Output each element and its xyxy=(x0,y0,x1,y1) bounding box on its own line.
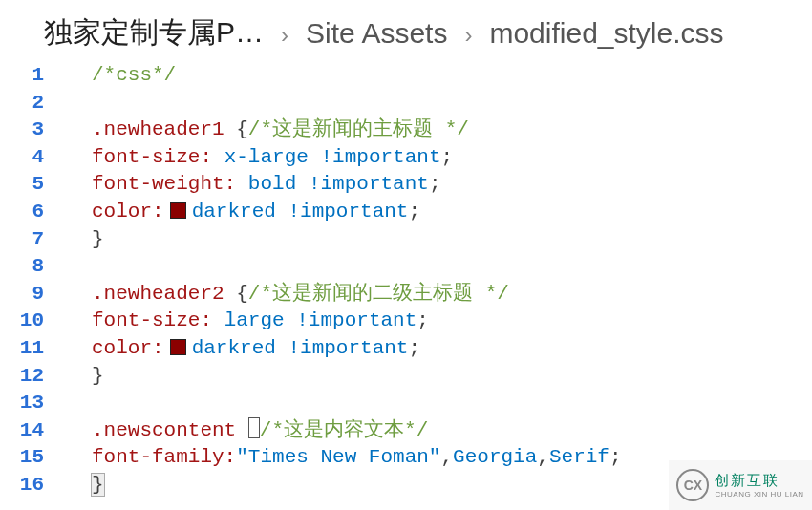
logo-mark-icon: CX xyxy=(676,469,709,501)
line-number: 9 xyxy=(0,281,57,308)
semicolon: ; xyxy=(429,173,441,195)
line-number: 3 xyxy=(0,117,57,144)
value: x-large xyxy=(224,146,309,168)
line-number: 1 xyxy=(0,62,57,90)
important: !important xyxy=(288,337,408,359)
property: color: xyxy=(92,337,164,359)
code-line: 7 } xyxy=(0,226,812,254)
property: color: xyxy=(92,201,164,223)
code-line: 6 color:darkred !important; xyxy=(0,199,812,226)
breadcrumb-item-2[interactable]: Site Assets xyxy=(306,17,447,50)
cursor-icon xyxy=(248,417,260,438)
code-line: 4 font-size: x-large !important; xyxy=(0,144,812,172)
comma: , xyxy=(440,446,453,468)
brace: } xyxy=(92,474,104,496)
property: font-weight: xyxy=(92,173,236,195)
value: large xyxy=(224,309,285,331)
important: !important xyxy=(288,201,408,223)
code-line: 1 /*css*/ xyxy=(0,62,812,90)
line-number: 14 xyxy=(0,417,57,445)
line-number: 4 xyxy=(0,144,57,172)
breadcrumb-item-1[interactable]: 独家定制专属P… xyxy=(44,13,264,53)
logo-text-cn: 创新互联 xyxy=(715,472,803,490)
string: "Times New Foman" xyxy=(236,446,440,468)
code-editor[interactable]: 1 /*css*/ 2 3 .newheader1 {/*这是新闻的主标题 */… xyxy=(0,62,812,499)
semicolon: ; xyxy=(609,446,622,468)
code-line: 5 font-weight: bold !important; xyxy=(0,171,812,199)
line-number: 16 xyxy=(0,472,57,499)
selector: .newheader2 xyxy=(92,283,224,305)
code-line: 12 } xyxy=(0,363,812,391)
color-swatch-icon xyxy=(170,339,186,355)
line-number: 5 xyxy=(0,171,57,199)
brace: { xyxy=(236,118,248,140)
value: bold xyxy=(248,173,296,195)
important: !important xyxy=(296,309,417,331)
value: darkred xyxy=(192,337,276,359)
line-number: 13 xyxy=(0,390,57,417)
line-number: 7 xyxy=(0,226,57,254)
watermark-logo: CX 创新互联 CHUANG XIN HU LIAN xyxy=(669,460,812,510)
comment: /*这是新闻的二级主标题 */ xyxy=(248,283,509,305)
line-number: 6 xyxy=(0,199,57,226)
line-number: 15 xyxy=(0,444,57,472)
important: !important xyxy=(320,146,440,168)
line-number: 12 xyxy=(0,363,57,391)
semicolon: ; xyxy=(441,146,454,168)
line-number: 10 xyxy=(0,308,57,335)
color-swatch-icon xyxy=(170,202,186,219)
brace: } xyxy=(92,228,104,250)
brace: } xyxy=(92,365,104,387)
breadcrumb: 独家定制专属P… › Site Assets › modified_style.… xyxy=(0,0,812,62)
logo-text-en: CHUANG XIN HU LIAN xyxy=(715,490,803,499)
value: Serif xyxy=(549,446,609,468)
code-line: 3 .newheader1 {/*这是新闻的主标题 */ xyxy=(0,117,812,144)
comma: , xyxy=(537,446,549,468)
line-number: 2 xyxy=(0,90,57,117)
chevron-right-icon: › xyxy=(464,22,472,49)
selector: .newheader1 xyxy=(92,118,224,140)
property: font-family: xyxy=(92,446,236,468)
value: Georgia xyxy=(453,446,537,468)
value: darkred xyxy=(192,201,276,223)
code-line: 9 .newheader2 {/*这是新闻的二级主标题 */ xyxy=(0,281,812,308)
code-line: 8 xyxy=(0,253,812,281)
chevron-right-icon: › xyxy=(281,22,288,49)
semicolon: ; xyxy=(408,337,420,359)
line-number: 11 xyxy=(0,335,57,363)
code-line: 11 color:darkred !important; xyxy=(0,335,812,363)
semicolon: ; xyxy=(417,309,429,331)
selector: .newscontent xyxy=(92,419,236,441)
breadcrumb-item-3[interactable]: modified_style.css xyxy=(489,17,723,50)
important: !important xyxy=(309,173,429,195)
line-number: 8 xyxy=(0,253,57,281)
code-line: 10 font-size: large !important; xyxy=(0,308,812,335)
property: font-size: xyxy=(92,146,212,168)
code-line: 13 xyxy=(0,390,812,417)
brace: { xyxy=(236,283,248,305)
code-line: 14 .newscontent /*这是内容文本*/ xyxy=(0,417,812,445)
code-line: 2 xyxy=(0,90,812,117)
semicolon: ; xyxy=(408,201,420,223)
comment: /*这是内容文本*/ xyxy=(260,419,428,441)
comment: /*css*/ xyxy=(92,64,176,86)
comment: /*这是新闻的主标题 */ xyxy=(248,118,469,140)
property: font-size: xyxy=(92,309,212,331)
